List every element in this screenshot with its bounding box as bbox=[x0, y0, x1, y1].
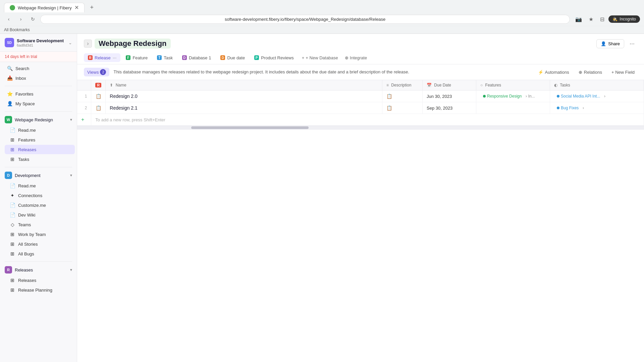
space-header-development[interactable]: D Development ▾ bbox=[0, 170, 77, 181]
sidebar-item-all-stories[interactable]: ⊞ All Stories bbox=[5, 239, 75, 249]
share-button[interactable]: 👤 Share bbox=[596, 39, 624, 48]
db-tab-database1[interactable]: D Database 1 bbox=[178, 54, 215, 62]
more-button[interactable]: ··· bbox=[627, 39, 637, 49]
connections-label: Connections bbox=[18, 193, 70, 198]
forward-button[interactable]: › bbox=[16, 14, 25, 24]
row-2-num: 2 bbox=[77, 102, 91, 114]
sidebar-item-my-space[interactable]: 👤 My Space bbox=[2, 99, 75, 108]
sidebar-item-releases-child[interactable]: ⊞ Releases bbox=[5, 276, 75, 285]
sidebar-item-dev-wiki[interactable]: 📄 Dev Wiki bbox=[5, 210, 75, 220]
row-1-tasks[interactable]: Social Media API Int... › bbox=[550, 90, 644, 102]
automations-button[interactable]: ⚡ Automations bbox=[535, 68, 572, 76]
new-field-label: + New Field bbox=[611, 70, 635, 75]
col-features[interactable]: ○ Features bbox=[476, 80, 550, 90]
add-row-placeholder[interactable]: To add a new row, press Shift+Enter bbox=[91, 114, 644, 126]
sidebar-divider-1 bbox=[5, 86, 72, 86]
all-stories-label: All Stories bbox=[18, 242, 70, 247]
task-dot-2-icon bbox=[557, 107, 559, 109]
sidebar-item-readme-1[interactable]: 📄 Read.me bbox=[5, 125, 75, 135]
row-2-name[interactable]: Redesign 2.1 bbox=[106, 102, 382, 114]
bookmarks-bar: All Bookmarks bbox=[0, 26, 644, 34]
row-2-tasks[interactable]: Bug Fixes › bbox=[550, 102, 644, 114]
row-1-features[interactable]: Responsive Design › In... bbox=[476, 90, 550, 102]
space-children-webpage-redesign: 📄 Read.me ⊞ Features ⊞ Releases ⊞ Tasks bbox=[0, 125, 77, 164]
sidebar-item-favorites[interactable]: ⭐ Favorites bbox=[2, 89, 75, 99]
sidebar-item-tasks[interactable]: ⊞ Tasks bbox=[5, 155, 75, 164]
bookmark-icon[interactable]: ★ bbox=[586, 15, 596, 24]
db-tab-task[interactable]: T Task bbox=[153, 54, 177, 62]
row-1-name[interactable]: Redesign 2.0 bbox=[106, 90, 382, 102]
integrate-button[interactable]: ⊕ Integrate bbox=[342, 54, 370, 62]
space-header-releases[interactable]: R Releases ▾ bbox=[0, 264, 77, 275]
add-row-plus[interactable]: + bbox=[77, 114, 91, 126]
col-due-date[interactable]: 📅 Due Date bbox=[423, 80, 476, 90]
new-field-button[interactable]: + New Field bbox=[609, 68, 637, 76]
space-icon-development: D bbox=[5, 172, 12, 179]
row-1-task-arrow[interactable]: › bbox=[604, 94, 605, 99]
sort-icon: ⬆ bbox=[110, 83, 113, 87]
integrate-label: Integrate bbox=[350, 55, 367, 60]
reload-button[interactable]: ↻ bbox=[28, 14, 38, 24]
db-tab-product-reviews[interactable]: P Product Reviews bbox=[250, 54, 298, 62]
row-2-task-arrow[interactable]: › bbox=[583, 106, 584, 110]
row-2-description[interactable]: 📋 bbox=[382, 102, 423, 114]
breadcrumb-expand-button[interactable]: › bbox=[84, 40, 92, 48]
inbox-icon: 📥 bbox=[7, 75, 13, 81]
sidebar-item-readme-2[interactable]: 📄 Read.me bbox=[5, 181, 75, 190]
work-by-team-label: Work by Team bbox=[18, 232, 70, 237]
search-label: Search bbox=[15, 66, 70, 71]
sidebar-item-inbox[interactable]: 📥 Inbox bbox=[2, 73, 75, 83]
workspace-selector[interactable]: SD Software Development 6ad8d3d1 ⌄ bbox=[5, 38, 72, 47]
row-1-feature-arrow[interactable]: › bbox=[526, 94, 527, 99]
sidebar-item-search[interactable]: 🔍 Search bbox=[2, 64, 75, 73]
tab-close-icon[interactable]: ✕ bbox=[74, 5, 79, 10]
sidebar-space-webpage-redesign: W Webpage Redesign ▾ 📄 Read.me ⊞ Feature… bbox=[0, 113, 77, 166]
integrate-icon: ⊕ bbox=[345, 55, 348, 60]
feature-tab-dot: F bbox=[126, 55, 130, 60]
relations-button[interactable]: ⊕ Relations bbox=[576, 68, 605, 76]
browser-toolbar-actions: 📷 ★ ⊟ 🕵 Incognito bbox=[573, 15, 640, 24]
sidebar-item-customize[interactable]: 📄 Customize.me bbox=[5, 200, 75, 210]
add-row[interactable]: + To add a new row, press Shift+Enter bbox=[77, 114, 644, 126]
url-bar[interactable]: software-development.fibery.io/fibery/sp… bbox=[40, 15, 570, 24]
sidebar-divider-2 bbox=[5, 111, 72, 112]
row-2-doc-icon: 📋 bbox=[96, 105, 101, 111]
new-database-button[interactable]: + + New Database bbox=[299, 54, 341, 62]
new-tab-button[interactable]: + bbox=[87, 3, 97, 12]
db-tab-release[interactable]: R Release ··· bbox=[84, 53, 120, 62]
scroll-thumb[interactable] bbox=[191, 126, 309, 129]
back-button[interactable]: ‹ bbox=[4, 14, 13, 24]
space-label-releases: Releases bbox=[15, 267, 33, 273]
sidebar-item-releases-active[interactable]: ⊞ Releases bbox=[5, 145, 75, 154]
row-1-description[interactable]: 📋 bbox=[382, 90, 423, 102]
sidebar-item-work-by-team[interactable]: ⊞ Work by Team bbox=[5, 230, 75, 239]
views-badge[interactable]: Views 2 bbox=[84, 68, 109, 76]
col-name[interactable]: ⬆ Name bbox=[106, 80, 382, 90]
release-tab-more-icon[interactable]: ··· bbox=[113, 55, 117, 60]
views-label: Views bbox=[87, 70, 99, 75]
col-tasks[interactable]: ◐ Tasks bbox=[550, 80, 644, 90]
browser-chrome: Webpage Redesign | Fibery ✕ + ‹ › ↻ soft… bbox=[0, 0, 644, 34]
sidebar-item-release-planning[interactable]: ⊞ Release Planning bbox=[5, 285, 75, 295]
split-view-icon[interactable]: ⊟ bbox=[597, 15, 607, 24]
incognito-button[interactable]: 🕵 Incognito bbox=[608, 15, 640, 23]
product-reviews-tab-dot: P bbox=[254, 55, 259, 60]
space-header-webpage-redesign[interactable]: W Webpage Redesign ▾ bbox=[0, 114, 77, 125]
camera-icon[interactable]: 📷 bbox=[573, 15, 585, 24]
row-1-icon: 📋 bbox=[91, 90, 106, 102]
horizontal-scrollbar[interactable] bbox=[77, 126, 644, 130]
sidebar-divider-3 bbox=[5, 167, 72, 167]
sidebar-item-all-bugs[interactable]: ⊞ All Bugs bbox=[5, 249, 75, 258]
db-tab-due-date[interactable]: D Due date bbox=[216, 54, 249, 62]
automations-label: Automations bbox=[545, 70, 569, 75]
my-space-label: My Space bbox=[15, 101, 70, 106]
row-2-features[interactable] bbox=[476, 102, 550, 114]
db-tab-feature[interactable]: F Feature bbox=[122, 54, 152, 62]
features-label: Features bbox=[18, 137, 70, 142]
active-tab[interactable]: Webpage Redesign | Fibery ✕ bbox=[4, 3, 85, 12]
col-description[interactable]: ≡ Description bbox=[382, 80, 423, 90]
sidebar-item-teams[interactable]: ◇ Teams bbox=[5, 220, 75, 229]
sidebar-item-connections[interactable]: ✦ Connections bbox=[5, 191, 75, 200]
all-bugs-icon: ⊞ bbox=[9, 251, 15, 257]
sidebar-item-features[interactable]: ⊞ Features bbox=[5, 135, 75, 144]
